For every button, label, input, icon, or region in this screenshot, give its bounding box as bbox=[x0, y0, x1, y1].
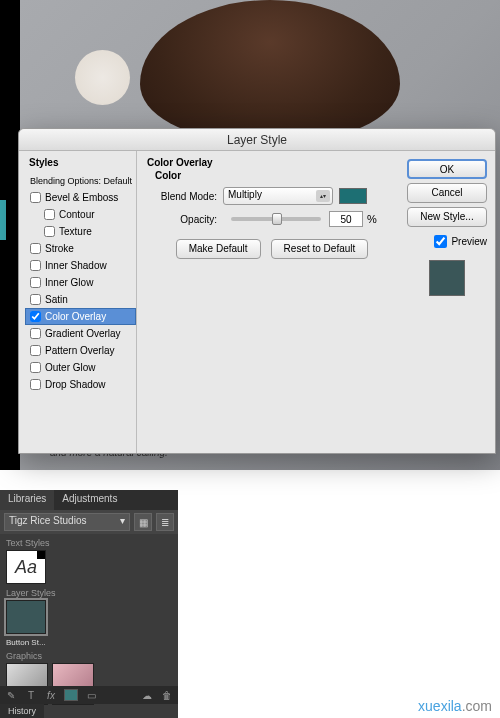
checkbox-outer-glow[interactable] bbox=[30, 362, 41, 373]
style-texture[interactable]: Texture bbox=[25, 223, 136, 240]
libraries-bottom-bar: ✎ T fx ▭ ☁ 🗑 bbox=[0, 686, 178, 704]
photo-hair bbox=[140, 0, 400, 140]
styles-column: Styles Blending Options: Default Bevel &… bbox=[19, 151, 137, 453]
center-panel: Color Overlay Color Blend Mode: Multiply… bbox=[137, 151, 407, 453]
style-inner-shadow[interactable]: Inner Shadow bbox=[25, 257, 136, 274]
reset-default-button[interactable]: Reset to Default bbox=[271, 239, 369, 259]
tab-libraries[interactable]: Libraries bbox=[0, 490, 54, 510]
text-style-thumb[interactable]: Aa bbox=[6, 550, 46, 584]
watermark: xuexila.com bbox=[418, 698, 492, 714]
layer-styles-label: Layer Styles bbox=[0, 584, 178, 600]
opacity-slider[interactable] bbox=[231, 217, 321, 221]
preview-swatch bbox=[429, 260, 465, 296]
opacity-input[interactable] bbox=[329, 211, 363, 227]
opacity-slider-thumb[interactable] bbox=[272, 213, 282, 225]
new-style-button[interactable]: New Style... bbox=[407, 207, 487, 227]
layer-style-dialog: Layer Style Styles Blending Options: Def… bbox=[18, 128, 496, 454]
checkbox-texture[interactable] bbox=[44, 226, 55, 237]
cancel-button[interactable]: Cancel bbox=[407, 183, 487, 203]
checkbox-stroke[interactable] bbox=[30, 243, 41, 254]
fx-icon[interactable]: fx bbox=[44, 688, 58, 702]
right-column: OK Cancel New Style... Preview bbox=[407, 151, 495, 453]
library-select[interactable]: Tigz Rice Studios bbox=[4, 513, 130, 531]
graphics-label: Graphics bbox=[0, 647, 178, 663]
panel-title: Color Overlay bbox=[147, 157, 397, 168]
opacity-unit: % bbox=[367, 213, 377, 225]
checkbox-satin[interactable] bbox=[30, 294, 41, 305]
styles-header[interactable]: Styles bbox=[29, 157, 136, 168]
select-arrow-icon: ▴▾ bbox=[316, 190, 330, 202]
tab-history[interactable]: History bbox=[0, 704, 44, 718]
style-drop-shadow[interactable]: Drop Shadow bbox=[25, 376, 136, 393]
make-default-button[interactable]: Make Default bbox=[176, 239, 261, 259]
style-stroke[interactable]: Stroke bbox=[25, 240, 136, 257]
tab-adjustments[interactable]: Adjustments bbox=[54, 490, 125, 510]
style-outer-glow[interactable]: Outer Glow bbox=[25, 359, 136, 376]
text-styles-label: Text Styles bbox=[0, 534, 178, 550]
checkbox-inner-shadow[interactable] bbox=[30, 260, 41, 271]
blend-mode-label: Blend Mode: bbox=[147, 191, 217, 202]
style-satin[interactable]: Satin bbox=[25, 291, 136, 308]
style-contour[interactable]: Contour bbox=[25, 206, 136, 223]
layer-style-thumb[interactable] bbox=[6, 600, 46, 634]
corner-mark-icon bbox=[37, 551, 45, 559]
layer-icon[interactable]: ▭ bbox=[84, 688, 98, 702]
layer-style-name: Button St... bbox=[0, 636, 178, 647]
list-view-icon[interactable]: ≣ bbox=[156, 513, 174, 531]
dialog-title: Layer Style bbox=[19, 129, 495, 151]
checkbox-drop-shadow[interactable] bbox=[30, 379, 41, 390]
blend-mode-select[interactable]: Multiply ▴▾ bbox=[223, 187, 333, 205]
libraries-panel: Libraries Adjustments Tigz Rice Studios … bbox=[0, 490, 178, 718]
grid-view-icon[interactable]: ▦ bbox=[134, 513, 152, 531]
cloud-icon[interactable]: ☁ bbox=[140, 688, 154, 702]
checkbox-pattern-overlay[interactable] bbox=[30, 345, 41, 356]
style-pattern-overlay[interactable]: Pattern Overlay bbox=[25, 342, 136, 359]
overlay-color-swatch[interactable] bbox=[339, 188, 367, 204]
checkbox-color-overlay[interactable] bbox=[30, 311, 41, 322]
brush-icon[interactable]: ✎ bbox=[4, 688, 18, 702]
style-inner-glow[interactable]: Inner Glow bbox=[25, 274, 136, 291]
blending-options-row[interactable]: Blending Options: Default bbox=[25, 172, 136, 189]
teal-accent bbox=[0, 200, 6, 240]
preview-label: Preview bbox=[451, 236, 487, 247]
style-color-overlay[interactable]: Color Overlay bbox=[25, 308, 136, 325]
checkbox-gradient-overlay[interactable] bbox=[30, 328, 41, 339]
style-gradient-overlay[interactable]: Gradient Overlay bbox=[25, 325, 136, 342]
ok-button[interactable]: OK bbox=[407, 159, 487, 179]
panel-subtitle: Color bbox=[155, 170, 397, 181]
preview-checkbox[interactable] bbox=[434, 235, 447, 248]
checkbox-contour[interactable] bbox=[44, 209, 55, 220]
color-chip[interactable] bbox=[64, 689, 78, 701]
style-bevel-emboss[interactable]: Bevel & Emboss bbox=[25, 189, 136, 206]
checkbox-inner-glow[interactable] bbox=[30, 277, 41, 288]
checkbox-bevel[interactable] bbox=[30, 192, 41, 203]
text-icon[interactable]: T bbox=[24, 688, 38, 702]
photo-flower bbox=[75, 50, 130, 105]
trash-icon[interactable]: 🗑 bbox=[160, 688, 174, 702]
opacity-label: Opacity: bbox=[147, 214, 217, 225]
